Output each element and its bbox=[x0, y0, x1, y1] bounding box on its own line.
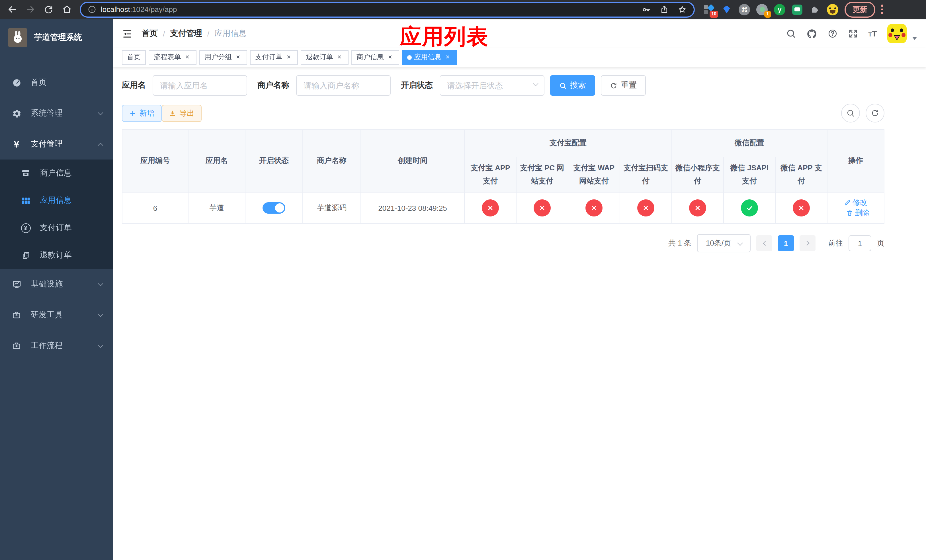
browser-update-button[interactable]: 更新 bbox=[844, 2, 875, 17]
browser-reload-button[interactable] bbox=[41, 2, 56, 17]
sidebar-item-workflow[interactable]: 工作流程 bbox=[0, 330, 113, 361]
grid-icon bbox=[20, 196, 32, 205]
sidebar-item-dev-tools[interactable]: 研发工具 bbox=[0, 300, 113, 330]
pagination: 共 1 条 10条/页 1 前往 页 bbox=[122, 234, 884, 252]
page-number-button[interactable]: 1 bbox=[778, 235, 794, 251]
extension-chat-icon[interactable] bbox=[791, 3, 803, 16]
app-name-input[interactable] bbox=[153, 75, 247, 96]
tab-app-info[interactable]: 应用信息× bbox=[402, 50, 457, 65]
status-select-input[interactable] bbox=[440, 75, 545, 96]
add-button-label: 新增 bbox=[139, 108, 154, 118]
add-button[interactable]: 新增 bbox=[122, 104, 162, 122]
page-annotation: 应用列表 bbox=[400, 22, 489, 51]
chevron-right-icon bbox=[804, 241, 809, 246]
browser-forward-button[interactable] bbox=[23, 2, 38, 17]
column-header-wechat-jsapi: 微信 JSAPI 支付 bbox=[723, 157, 775, 192]
browser-back-button[interactable] bbox=[5, 2, 20, 17]
sidebar-item-label: 应用信息 bbox=[40, 195, 72, 206]
sidebar: 芋道管理系统 首页 系统管理 ¥ bbox=[0, 20, 113, 560]
column-header-alipay-wap: 支付宝 WAP 网站支付 bbox=[568, 157, 620, 192]
sidebar-item-pay-order[interactable]: ¥ 支付订单 bbox=[0, 214, 113, 242]
status-select[interactable] bbox=[440, 75, 545, 96]
search-button[interactable]: 搜索 bbox=[550, 75, 595, 96]
goto-page-input[interactable] bbox=[849, 235, 872, 251]
tab-close-icon[interactable]: × bbox=[285, 53, 293, 61]
tab-merchant-info[interactable]: 商户信息× bbox=[351, 50, 399, 65]
sidebar-item-system[interactable]: 系统管理 bbox=[0, 98, 113, 129]
extension-gem-icon[interactable] bbox=[720, 3, 733, 16]
show-search-button[interactable] bbox=[841, 104, 860, 123]
merchant-name-input[interactable] bbox=[296, 75, 391, 96]
sidebar-logo[interactable]: 芋道管理系统 bbox=[0, 20, 113, 56]
url-text: localhost:1024/pay/app bbox=[101, 5, 177, 14]
sidebar-item-home[interactable]: 首页 bbox=[0, 67, 113, 98]
sidebar-collapse-icon[interactable] bbox=[122, 28, 133, 39]
sidebar-item-infra[interactable]: 基础设施 bbox=[0, 269, 113, 300]
prev-page-button[interactable] bbox=[756, 235, 772, 251]
tab-user-group[interactable]: 用户分组× bbox=[199, 50, 247, 65]
address-bar[interactable]: localhost:1024/pay/app bbox=[80, 2, 695, 17]
sidebar-item-pay[interactable]: ¥ 支付管理 bbox=[0, 129, 113, 159]
search-icon[interactable] bbox=[785, 29, 796, 39]
navbar-actions: TT bbox=[785, 24, 917, 43]
tab-label: 用户分组 bbox=[204, 52, 232, 62]
refresh-table-button[interactable] bbox=[865, 104, 884, 123]
yen-circle-icon: ¥ bbox=[20, 223, 32, 233]
extension-y-icon[interactable]: y bbox=[773, 3, 786, 16]
status-label: 开启状态 bbox=[401, 80, 433, 91]
tab-close-icon[interactable]: × bbox=[234, 53, 242, 61]
page-size-select[interactable]: 10条/页 bbox=[697, 234, 750, 252]
table-toolbar: 新增 导出 bbox=[122, 104, 884, 123]
tab-label: 支付订单 bbox=[255, 52, 283, 62]
page-unit-label: 页 bbox=[877, 238, 884, 248]
avatar-dropdown-caret[interactable] bbox=[912, 37, 917, 39]
edit-link[interactable]: 修改 bbox=[844, 198, 867, 208]
sidebar-item-merchant-info[interactable]: 商户信息 bbox=[0, 159, 113, 187]
tab-close-icon[interactable]: × bbox=[386, 53, 394, 61]
tab-label: 商户信息 bbox=[357, 52, 384, 62]
tab-pay-order[interactable]: 支付订单× bbox=[250, 50, 298, 65]
navbar: 首页 / 支付管理 / 应用信息 应用列表 bbox=[113, 20, 926, 48]
share-icon[interactable] bbox=[660, 5, 669, 14]
delete-link[interactable]: 删除 bbox=[846, 208, 870, 218]
reset-button[interactable]: 重置 bbox=[601, 75, 646, 96]
bookmark-star-icon[interactable] bbox=[678, 5, 687, 14]
tab-close-icon[interactable]: × bbox=[336, 53, 343, 61]
password-key-icon[interactable] bbox=[642, 5, 651, 14]
site-info-icon[interactable] bbox=[88, 5, 96, 14]
help-icon[interactable] bbox=[827, 29, 837, 39]
tab-home[interactable]: 首页 bbox=[122, 50, 146, 65]
tab-label: 退款订单 bbox=[306, 52, 333, 62]
user-avatar[interactable] bbox=[887, 24, 906, 43]
breadcrumb-home[interactable]: 首页 bbox=[142, 29, 158, 39]
font-size-icon[interactable]: TT bbox=[868, 29, 877, 39]
extensions-puzzle-icon[interactable] bbox=[809, 3, 821, 16]
extension-blocks-icon[interactable]: 10 bbox=[703, 3, 715, 16]
tab-close-icon[interactable]: × bbox=[443, 53, 452, 61]
chevron-down-icon bbox=[98, 281, 103, 286]
github-icon[interactable] bbox=[806, 28, 817, 39]
fullscreen-icon[interactable] bbox=[848, 29, 858, 39]
breadcrumb-pay[interactable]: 支付管理 bbox=[170, 29, 202, 39]
cell-created-time: 2021-10-23 08:49:25 bbox=[361, 192, 465, 224]
column-header-alipay-app: 支付宝 APP 支付 bbox=[465, 157, 516, 192]
sidebar-item-label: 支付订单 bbox=[40, 223, 72, 233]
extension-command-icon[interactable]: ⌘ bbox=[738, 3, 750, 16]
browser-menu-icon[interactable] bbox=[881, 5, 883, 14]
tab-process-form[interactable]: 流程表单× bbox=[149, 50, 197, 65]
tab-refund-order[interactable]: 退款订单× bbox=[301, 50, 348, 65]
sidebar-item-refund-order[interactable]: 退款订单 bbox=[0, 242, 113, 269]
status-toggle[interactable] bbox=[263, 202, 285, 213]
refresh-icon bbox=[610, 82, 617, 89]
extension-record-icon[interactable]: 1 bbox=[756, 3, 768, 16]
export-button[interactable]: 导出 bbox=[162, 104, 201, 122]
sidebar-item-app-info[interactable]: 应用信息 bbox=[0, 187, 113, 214]
profile-avatar-icon[interactable] bbox=[826, 3, 839, 16]
active-tab-dot bbox=[407, 55, 412, 59]
sidebar-menu: 首页 系统管理 ¥ 支付管理 bbox=[0, 56, 113, 361]
next-page-button[interactable] bbox=[800, 235, 816, 251]
alipay-pc-status-icon bbox=[534, 200, 551, 216]
tab-close-icon[interactable]: × bbox=[183, 53, 191, 61]
browser-home-button[interactable] bbox=[59, 2, 74, 17]
download-icon bbox=[169, 110, 176, 117]
